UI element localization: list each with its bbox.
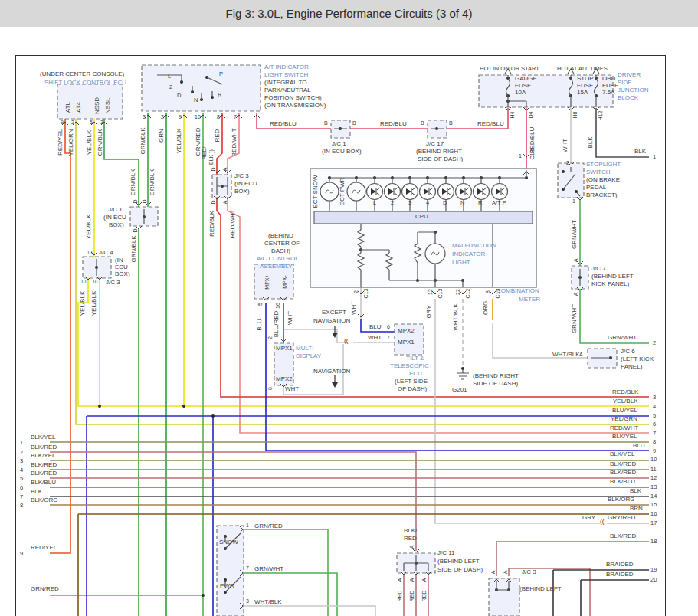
- diagram-label: 22: [455, 289, 460, 295]
- diagram-label: RED: [397, 591, 402, 602]
- diagram-label: 10: [650, 457, 657, 463]
- diagram-label: (BEHIND RIGHT: [473, 373, 519, 379]
- diagram-label: B: [324, 120, 328, 126]
- diagram-label: D4: [528, 112, 533, 119]
- diagram-label: HOT AT ALL TIMES: [557, 66, 608, 72]
- diagram-label: BLK/RED: [610, 533, 636, 539]
- diagram-label: A: [503, 571, 508, 575]
- diagram-label: RED/BLU: [477, 121, 504, 127]
- diagram-label: 3: [408, 200, 411, 206]
- diagram-label: 6: [653, 421, 656, 428]
- diagram-label: PWR: [220, 583, 234, 589]
- diagram-label: P: [219, 71, 223, 77]
- diagram-label: 4: [653, 404, 656, 410]
- diagram-label: 2: [391, 200, 394, 206]
- diagram-label: RED/WHT: [610, 425, 638, 431]
- diagram-label: LIGHT SWITCH: [264, 72, 308, 78]
- diagram-label: A/T P: [492, 200, 506, 206]
- diagram-label: AT4: [76, 102, 82, 113]
- diagram-label: 1: [653, 154, 656, 160]
- diagram-label: D: [142, 199, 147, 203]
- diagram-label: HOT IN ON OR START: [480, 66, 539, 72]
- diagram-label: 2: [71, 120, 74, 125]
- diagram-label: DASH): [271, 248, 290, 254]
- diagram-label: J/C 3: [106, 280, 120, 286]
- diagram-label: 2: [20, 450, 23, 456]
- diagram-label: GRN/BLK: [149, 169, 156, 195]
- diagram-label: MPX1: [398, 339, 415, 346]
- diagram-label: SIDE OF DASH): [437, 567, 483, 573]
- diagram-label: 2: [566, 160, 569, 165]
- diagram-label: BLK/RED: [610, 461, 636, 467]
- diagram-label: J/C 1: [108, 207, 123, 213]
- diagram-label: A: [397, 578, 402, 582]
- diagram-label: BLK/ORG: [31, 497, 58, 503]
- junction-dot: [202, 594, 205, 597]
- diagram-label: WHT: [287, 311, 293, 325]
- diagram-label: BLU: [257, 319, 263, 331]
- diagram-label: MPX2: [276, 376, 293, 382]
- diagram-label: A: [573, 259, 578, 263]
- diagram-label: E: [81, 280, 87, 284]
- diagram-label: 2: [169, 84, 172, 90]
- diagram-label: BLK/BLU: [610, 479, 635, 485]
- diagram-label: 11: [650, 467, 657, 473]
- diagram-label: GRN/WHT: [608, 335, 637, 341]
- diagram-label: 7: [653, 431, 656, 437]
- diagram-label: G201: [452, 387, 467, 393]
- diagram-label: (INTEGRAL TO: [264, 80, 306, 86]
- diagram-label: SHIFT LOCK CONTROL ECU: [44, 80, 126, 87]
- diagram-label: 15A: [577, 90, 588, 96]
- diagram-label: J/C 3: [522, 569, 536, 575]
- diagram-label: RED: [404, 536, 417, 542]
- diagram-label: 4: [426, 200, 429, 206]
- diagram-label: 8: [653, 439, 656, 445]
- diagram-label: (BEHIND RIGHT: [416, 149, 462, 155]
- diagram-label: H12: [598, 111, 603, 121]
- diagram-label: (ON TRANSMISSION): [264, 103, 326, 109]
- diagram-label: J/C 3: [234, 173, 249, 179]
- diagram-label: RED/: [202, 147, 207, 160]
- diagram-label: MPX2: [398, 328, 415, 334]
- diagram-label: MPX1: [276, 346, 293, 352]
- diagram-label: 5: [90, 120, 93, 125]
- diagram-label: WHT: [368, 335, 382, 341]
- diagram-label: C13: [363, 289, 369, 299]
- junction-dot: [211, 414, 215, 418]
- diagram-label: (IN ECU: [103, 215, 126, 221]
- diagram-label: ECT SNOW: [313, 175, 319, 208]
- diagram-label: J/C 1: [332, 141, 346, 147]
- diagram-label: BLK/RED: [610, 470, 636, 476]
- diagram-label: DISPLAY: [296, 353, 321, 359]
- diagram-label: BLU/YEL: [612, 408, 637, 414]
- diagram-label: RED/YEL: [31, 545, 57, 551]
- diagram-label: ASSEMBLY: [260, 264, 293, 270]
- diagram-label: SNOW: [219, 539, 238, 546]
- diagram-label: POSITION SWITCH): [264, 95, 322, 101]
- diagram-label: GRY: [426, 305, 432, 318]
- diagram-label: 3: [246, 598, 249, 604]
- diagram-label: ((: [344, 338, 348, 344]
- diagram-label: BOX): [109, 222, 124, 228]
- diagram-label: SIDE: [618, 80, 632, 86]
- diagram-label: 9: [20, 551, 23, 557]
- diagram-label: 6: [387, 324, 390, 329]
- diagram-label: 19: [650, 567, 657, 573]
- diagram-label: RED/YEL: [57, 129, 64, 156]
- diagram-label: (BEHIND LEFT: [519, 586, 562, 592]
- diagram-label: B: [421, 120, 424, 126]
- diagram-label: (BEHIND LEFT: [591, 274, 634, 280]
- diagram-label: TILT &: [406, 356, 424, 362]
- wiring-diagram-page: Fig 3: 3.0L, Engine Performance Circuits…: [0, 0, 698, 616]
- diagram-label: B: [352, 120, 356, 126]
- diagram-label: B: [449, 120, 453, 126]
- diagram-label: BLK: [630, 488, 641, 494]
- diagram-label: FUSE: [577, 83, 593, 89]
- diagram-label: GRN/WHT: [572, 220, 578, 249]
- diagram-label: GRN/WHT: [572, 304, 578, 333]
- diagram-label: MPX-: [282, 275, 287, 289]
- diagram-label: RED: [409, 591, 415, 602]
- diagram-label: YEL/BLK: [80, 291, 86, 316]
- diagram-label: YEL/BLK: [91, 291, 97, 316]
- diagram-label: 10A: [515, 90, 526, 96]
